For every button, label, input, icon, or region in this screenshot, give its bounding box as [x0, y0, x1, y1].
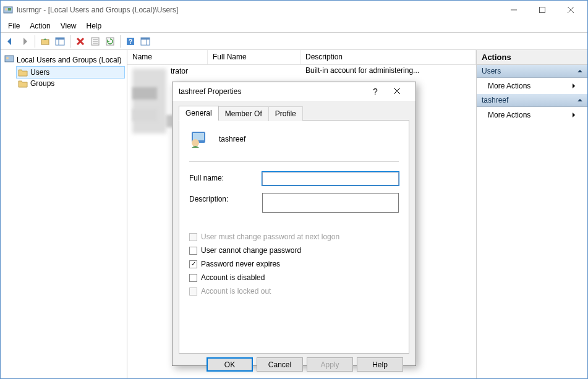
- menu-view[interactable]: View: [56, 20, 82, 32]
- dialog-help-button[interactable]: ?: [366, 87, 385, 96]
- close-button[interactable]: [556, 1, 585, 19]
- username-display: tashreef: [219, 135, 245, 143]
- up-folder-button[interactable]: [38, 35, 52, 48]
- more-actions-users[interactable]: More Actions: [477, 78, 587, 94]
- tab-member-of[interactable]: Member Of: [218, 106, 269, 121]
- redacted-content: [132, 87, 157, 100]
- check-must-change-password: User must change password at next logon: [189, 232, 399, 241]
- properties-dialog: tashreef Properties ? General Member Of …: [172, 82, 416, 366]
- tree-users-label: Users: [30, 68, 49, 77]
- svg-rect-21: [141, 38, 150, 40]
- list-row[interactable]: trator Built-in account for administerin…: [127, 65, 476, 77]
- check-account-disabled[interactable]: Account is disabled: [189, 273, 399, 282]
- tree-root-label: Local Users and Groups (Local): [17, 56, 121, 64]
- actions-panel: Actions Users More Actions tashreef More…: [476, 50, 587, 378]
- window-controls: [500, 1, 585, 19]
- lusrmgr-icon: [4, 54, 14, 66]
- check-label: User must change password at next logon: [201, 232, 339, 241]
- check-label: Account is disabled: [201, 273, 265, 282]
- svg-text:?: ?: [129, 38, 132, 45]
- check-label: Account is locked out: [201, 287, 271, 296]
- tab-content-general: tashreef Full name: Description: User mu…: [179, 120, 409, 354]
- svg-rect-2: [8, 8, 11, 11]
- window-title: lusrmgr - [Local Users and Groups (Local…: [17, 6, 500, 14]
- check-account-locked-out: Account is locked out: [189, 287, 399, 296]
- svg-point-1: [5, 8, 7, 11]
- cancel-button[interactable]: Cancel: [257, 357, 303, 372]
- app-icon: [3, 5, 13, 15]
- list-header: Name Full Name Description: [127, 50, 476, 65]
- checkbox-icon: [189, 247, 197, 255]
- toolbar-separator: [70, 35, 70, 48]
- svg-point-29: [192, 139, 199, 147]
- checkbox-icon: [189, 274, 197, 282]
- tab-profile[interactable]: Profile: [268, 106, 303, 121]
- tab-general[interactable]: General: [179, 106, 219, 121]
- fullname-input[interactable]: [262, 172, 399, 185]
- svg-point-24: [6, 57, 9, 59]
- minimize-button[interactable]: [500, 1, 528, 19]
- column-fullname[interactable]: Full Name: [208, 50, 300, 64]
- svg-rect-23: [5, 56, 14, 62]
- more-actions-label: More Actions: [488, 111, 530, 119]
- svg-rect-9: [56, 38, 64, 40]
- redacted-content: [132, 109, 157, 121]
- actions-section-users[interactable]: Users: [477, 65, 587, 78]
- show-hide-tree-button[interactable]: [53, 35, 67, 48]
- dialog-titlebar[interactable]: tashreef Properties ?: [173, 82, 415, 101]
- folder-icon: [18, 79, 28, 88]
- checkbox-icon: [189, 287, 197, 296]
- help-button[interactable]: Help: [357, 357, 403, 372]
- tree-item-users[interactable]: Users: [17, 67, 124, 78]
- fullname-label: Full name:: [189, 172, 262, 182]
- tree-groups-label: Groups: [30, 79, 54, 88]
- chevron-right-icon: [571, 82, 576, 90]
- dialog-close-button[interactable]: [385, 87, 409, 96]
- menu-file[interactable]: File: [3, 20, 25, 32]
- fullname-row: Full name:: [189, 172, 399, 185]
- description-label: Description:: [189, 193, 262, 203]
- apply-button[interactable]: Apply: [307, 357, 353, 372]
- toolbar-separator: [120, 35, 121, 48]
- chevron-right-icon: [571, 111, 576, 119]
- svg-rect-4: [540, 7, 545, 13]
- toolbar: ?: [1, 33, 587, 50]
- cell-fullname: [208, 65, 300, 77]
- check-cannot-change-password[interactable]: User cannot change password: [189, 246, 399, 255]
- check-password-never-expires[interactable]: Password never expires: [189, 260, 399, 268]
- description-input[interactable]: [262, 193, 399, 213]
- dialog-buttons: OK Cancel Apply Help: [179, 354, 409, 372]
- ok-button[interactable]: OK: [207, 357, 253, 372]
- tree-item-groups[interactable]: Groups: [17, 78, 124, 89]
- collapse-icon: [577, 67, 582, 75]
- svg-rect-7: [41, 40, 49, 45]
- toolbar-separator: [35, 35, 35, 48]
- delete-button[interactable]: [74, 35, 87, 48]
- actions-section-tashreef[interactable]: tashreef: [477, 94, 587, 107]
- forward-button[interactable]: [18, 35, 32, 48]
- properties-button[interactable]: [88, 35, 102, 48]
- show-hide-action-pane-button[interactable]: [138, 35, 152, 48]
- tree-root-node[interactable]: Local Users and Groups (Local): [3, 53, 124, 67]
- maximize-button[interactable]: [528, 1, 556, 19]
- window-titlebar: lusrmgr - [Local Users and Groups (Local…: [1, 1, 587, 19]
- help-button[interactable]: ?: [124, 35, 137, 48]
- more-actions-tashreef[interactable]: More Actions: [477, 107, 587, 123]
- checkbox-icon: [189, 260, 197, 268]
- checkbox-icon: [189, 233, 197, 241]
- more-actions-label: More Actions: [488, 82, 530, 90]
- actions-section-label: tashreef: [482, 96, 508, 104]
- cell-description: Built-in account for administering...: [300, 65, 476, 77]
- menu-help[interactable]: Help: [82, 20, 107, 32]
- column-name[interactable]: Name: [127, 50, 208, 64]
- menu-action[interactable]: Action: [25, 20, 55, 32]
- refresh-button[interactable]: [103, 35, 117, 48]
- dialog-tabs: General Member Of Profile: [179, 106, 409, 121]
- folder-icon: [18, 68, 28, 77]
- redacted-content: [132, 69, 166, 134]
- user-icon: [189, 129, 209, 149]
- dialog-body: General Member Of Profile tashreef Full …: [173, 101, 415, 378]
- back-button[interactable]: [3, 35, 17, 48]
- column-description[interactable]: Description: [300, 50, 476, 64]
- menubar: File Action View Help: [1, 19, 587, 33]
